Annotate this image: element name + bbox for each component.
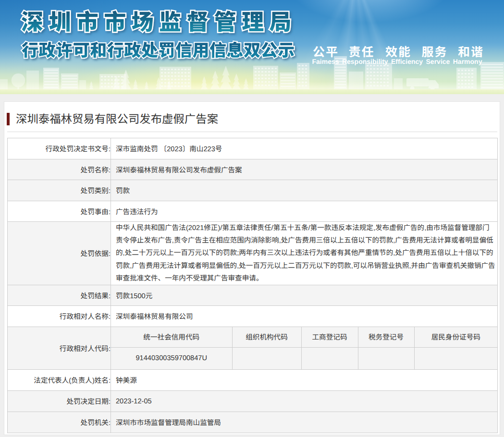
svg-text:Faimess Responsibility Efficie: Faimess Responsibility Efficiency Servic… <box>312 58 482 65</box>
svg-text:行政许可和行政处罚信用信息双公示: 行政许可和行政处罚信用信息双公示 <box>22 37 295 61</box>
svg-text:深圳市市场监督管理局: 深圳市市场监督管理局 <box>21 5 297 36</box>
